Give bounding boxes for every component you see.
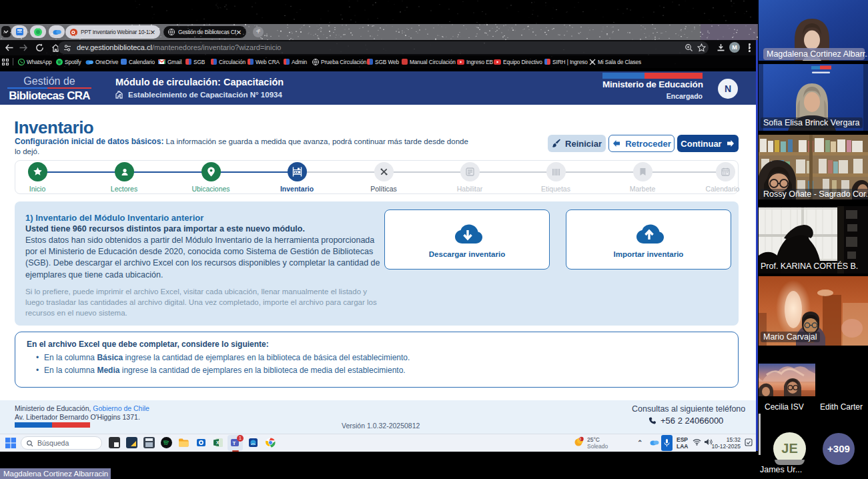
svg-text:T: T xyxy=(233,440,236,446)
svg-text:3: 3 xyxy=(579,437,581,441)
svg-text:X: X xyxy=(216,440,220,445)
